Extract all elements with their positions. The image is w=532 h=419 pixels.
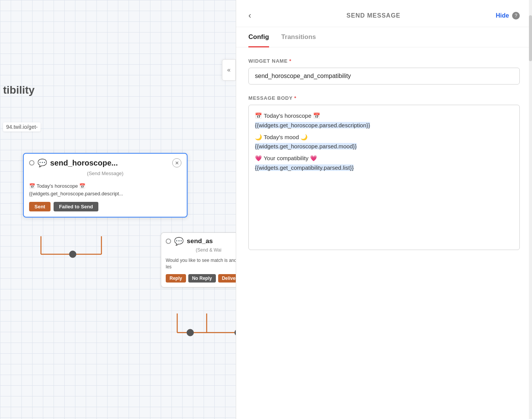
panel-tabs: Config Transitions xyxy=(236,27,532,47)
emoji-heart-2: 💗 xyxy=(310,155,317,161)
panel-back-button[interactable]: ‹ xyxy=(248,11,251,21)
collapse-icon: « xyxy=(227,67,231,73)
panel-title: SEND MESSAGE xyxy=(346,12,400,19)
node-sendas-chat-icon: 💬 xyxy=(174,237,184,246)
message-line-2: {{widgets.get_horoscope.parsed.descripti… xyxy=(255,121,513,130)
panel-scrollbar[interactable] xyxy=(529,0,532,419)
message-line-6: {{widgets.get_compatibility.parsed.list}… xyxy=(255,163,513,173)
node-sent-button[interactable]: Sent xyxy=(29,202,51,211)
right-panel: ‹ SEND MESSAGE Hide ? Config Transitions… xyxy=(236,0,532,419)
canvas-label-tibility: tibility xyxy=(3,84,34,96)
message-line-4: {{widgets.get_horoscope.parsed.mood}} xyxy=(255,142,513,151)
canvas-label-url: 94.twil.io/get- xyxy=(3,122,41,132)
node-radio-horoscope xyxy=(29,160,34,166)
node-chat-icon: 💬 xyxy=(38,158,47,167)
message-line-1: 📅 Today's horoscope 📅 xyxy=(255,111,513,121)
node-failed-button[interactable]: Failed to Send xyxy=(54,202,98,211)
message-body-label: MESSAGE BODY* xyxy=(248,95,520,101)
widget-name-label: WIDGET NAME* xyxy=(248,58,520,64)
panel-header: ‹ SEND MESSAGE Hide ? xyxy=(236,0,532,27)
emoji-calendar-2: 📅 xyxy=(313,112,320,119)
tab-transitions[interactable]: Transitions xyxy=(281,27,316,47)
emoji-heart-1: 💗 xyxy=(255,155,262,161)
node-horoscope-body: 📅 Today's horoscope 📅 {{widgets.get_horo… xyxy=(24,179,187,202)
message-body-field[interactable]: 📅 Today's horoscope 📅 {{widgets.get_horo… xyxy=(248,105,520,250)
tab-config[interactable]: Config xyxy=(248,27,269,47)
node-radio-sendas xyxy=(166,239,171,244)
panel-content: WIDGET NAME* MESSAGE BODY* 📅 Today's hor… xyxy=(236,47,532,419)
panel-help-icon[interactable]: ? xyxy=(512,12,520,19)
panel-scrollbar-thumb xyxy=(529,15,532,61)
node-horoscope-subtitle: (Send Message) xyxy=(24,170,187,179)
node-close-button[interactable]: ✕ xyxy=(172,158,181,167)
panel-hide-button[interactable]: Hide xyxy=(496,12,509,19)
node-noreply-button[interactable]: No Reply xyxy=(188,274,216,283)
emoji-moon-2: 🌙 xyxy=(300,134,308,140)
collapse-panel-button[interactable]: « xyxy=(222,59,236,81)
message-line-5: 💗 Your compatibility 💗 xyxy=(255,154,513,163)
node-horoscope-title: send_horoscope... xyxy=(50,159,169,167)
emoji-calendar-1: 📅 xyxy=(255,112,262,119)
node-reply-button[interactable]: Reply xyxy=(166,274,186,283)
svg-point-9 xyxy=(187,329,194,336)
node-horoscope: 💬 send_horoscope... ✕ (Send Message) 📅 T… xyxy=(23,153,188,218)
widget-name-input[interactable] xyxy=(248,68,520,84)
message-line-3: 🌙 Today's mood 🌙 xyxy=(255,133,513,142)
svg-point-3 xyxy=(69,251,76,258)
emoji-moon-1: 🌙 xyxy=(255,134,262,140)
